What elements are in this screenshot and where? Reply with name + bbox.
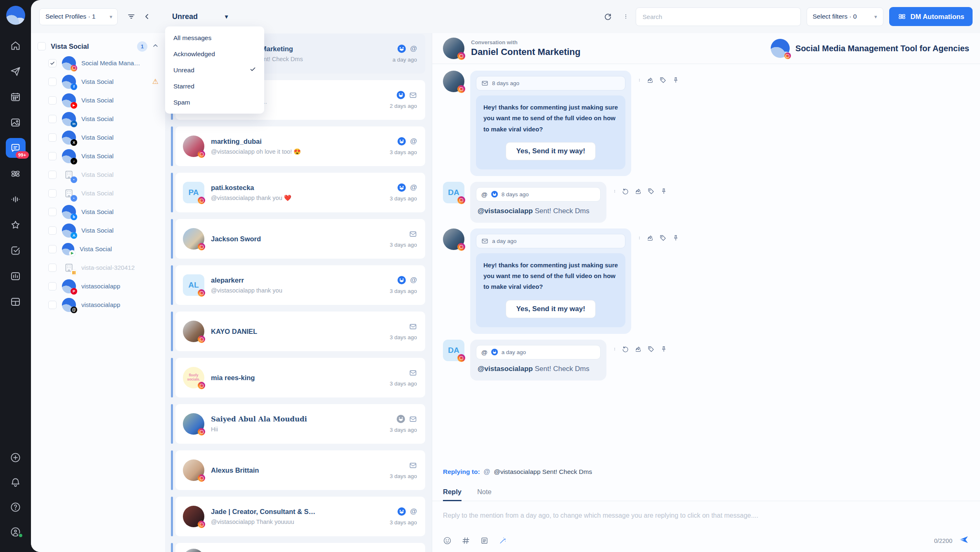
conversation-list-item[interactable]: PA pati.kostecka @vistasocialapp thank y… xyxy=(171,173,425,212)
more-options-icon[interactable] xyxy=(638,234,641,242)
quick-reply-button[interactable]: Yes, Send it my way! xyxy=(506,142,595,160)
boards-icon[interactable] xyxy=(6,292,26,312)
publish-icon[interactable] xyxy=(6,61,26,81)
profile-row[interactable]: P vistasocialapp xyxy=(48,277,159,295)
replying-to-bar[interactable]: Replying to: @ @vistasocialapp Sent! Che… xyxy=(443,468,969,476)
reply-input[interactable]: Reply to the mention from a day ago, to … xyxy=(443,512,969,519)
profile-row[interactable]: b Vista Social xyxy=(48,202,159,221)
pin-icon[interactable] xyxy=(660,188,668,195)
menu-item-acknowledged[interactable]: Acknowledged xyxy=(165,46,264,62)
profile-row[interactable]: in Vista Social xyxy=(48,109,159,128)
profile-row[interactable]: X Vista Social xyxy=(48,128,159,147)
conversation-list-item[interactable]: floofy socials. mia rees-king 3 days ago xyxy=(171,358,425,397)
pin-icon[interactable] xyxy=(672,76,679,84)
help-icon[interactable] xyxy=(6,498,26,516)
message-incoming[interactable]: a day ago Hey! thanks for commenting jus… xyxy=(443,228,969,334)
pin-icon[interactable] xyxy=(672,234,679,242)
group-checkbox[interactable] xyxy=(38,42,46,50)
profile-row-disabled[interactable]: vista-social-320412 xyxy=(48,258,159,277)
refresh-icon[interactable] xyxy=(600,9,616,24)
reports-icon[interactable] xyxy=(6,266,26,286)
more-options-icon[interactable] xyxy=(622,9,630,24)
ai-assistant-icon[interactable] xyxy=(499,536,507,545)
share-icon[interactable] xyxy=(646,234,654,242)
dm-automations-button[interactable]: DM Automations xyxy=(889,7,973,26)
profile-checkbox[interactable] xyxy=(48,171,57,179)
conversation-list-item[interactable]: Alexus Brittain 3 days ago xyxy=(171,450,425,490)
profile-row[interactable]: A Vista Social xyxy=(48,221,159,240)
profile-checkbox[interactable] xyxy=(48,208,57,216)
tasks-icon[interactable] xyxy=(6,240,26,260)
profile-checkbox[interactable] xyxy=(48,282,57,290)
message-reply[interactable]: DA @ a day ago @vistasocialapp Sent! Che… xyxy=(443,340,969,381)
conversation-list-item[interactable]: KAYO DANIEL 3 days ago xyxy=(171,312,425,351)
collapse-panel-icon[interactable] xyxy=(139,9,155,24)
share-icon[interactable] xyxy=(646,76,654,84)
profile-row[interactable]: ▶ Vista Social xyxy=(48,240,159,258)
saved-replies-icon[interactable] xyxy=(480,536,489,545)
profile-row[interactable]: ♪ Vista Social xyxy=(48,147,159,165)
tab-note[interactable]: Note xyxy=(477,488,492,501)
reply-icon[interactable] xyxy=(622,345,629,353)
tag-icon[interactable] xyxy=(659,234,667,242)
conversation-list-item[interactable]: markting_dubai @vistasocialapp oh love i… xyxy=(171,126,425,166)
message-incoming[interactable]: 8 days ago Hey! thanks for commenting ju… xyxy=(443,71,969,176)
profile-checkbox[interactable] xyxy=(48,115,57,123)
profile-checkbox[interactable] xyxy=(48,264,57,272)
reply-icon[interactable] xyxy=(622,188,629,195)
profile-checkbox[interactable] xyxy=(48,189,57,197)
more-options-icon[interactable] xyxy=(613,345,616,353)
profile-checkbox-checked[interactable] xyxy=(48,59,57,67)
create-icon[interactable] xyxy=(6,449,26,466)
profile-checkbox[interactable] xyxy=(48,301,57,309)
menu-item-spam[interactable]: Spam xyxy=(165,94,264,110)
menu-item-unread[interactable]: Unread xyxy=(165,62,264,78)
share-icon[interactable] xyxy=(634,345,642,353)
more-options-icon[interactable] xyxy=(613,188,616,195)
search-input[interactable] xyxy=(636,7,801,26)
profile-row[interactable]: Social Media Managem… xyxy=(48,54,159,72)
profile-row[interactable]: @ vistasocialapp xyxy=(48,295,159,314)
menu-item-starred[interactable]: Starred xyxy=(165,78,264,94)
message-reply[interactable]: DA @ 8 days ago @vistasocialapp Sent! Ch… xyxy=(443,182,969,223)
share-icon[interactable] xyxy=(634,188,642,195)
tag-icon[interactable] xyxy=(659,76,667,84)
profile-row-disabled[interactable]: ▪ Vista Social xyxy=(48,184,159,202)
tag-icon[interactable] xyxy=(647,188,655,195)
more-options-icon[interactable] xyxy=(638,76,641,84)
conversation-list-item[interactable]: Jackson Sword 3 days ago xyxy=(171,219,425,259)
conversation-list-item[interactable]: Saiyed Abul Ala Moududi Hii 3 days ago xyxy=(171,404,425,444)
conversation-list-item[interactable]: Jade | Creator, Consultant & S… @vistaso… xyxy=(171,497,425,536)
menu-item-all-messages[interactable]: All messages xyxy=(165,30,264,46)
notifications-icon[interactable] xyxy=(6,473,26,491)
home-icon[interactable] xyxy=(6,36,26,55)
calendar-icon[interactable] xyxy=(6,87,26,107)
automation-icon[interactable] xyxy=(6,164,26,183)
chevron-up-icon[interactable] xyxy=(152,43,159,50)
pin-icon[interactable] xyxy=(660,345,668,353)
profile-checkbox[interactable] xyxy=(48,245,57,253)
profile-row-disabled[interactable]: ▪ Vista Social xyxy=(48,165,159,184)
account-icon[interactable] xyxy=(6,523,26,540)
select-filters-dropdown[interactable]: Select filters · 0 ▾ xyxy=(807,7,883,26)
profiles-filter-icon[interactable] xyxy=(123,9,139,24)
tag-icon[interactable] xyxy=(647,345,655,353)
media-icon[interactable] xyxy=(6,112,26,132)
profile-checkbox[interactable] xyxy=(48,152,57,160)
send-icon[interactable] xyxy=(958,534,969,547)
profile-checkbox[interactable] xyxy=(48,96,57,105)
tab-reply[interactable]: Reply xyxy=(443,488,462,501)
select-profiles-dropdown[interactable]: Select Profiles · 1 ▾ xyxy=(39,8,118,25)
hashtag-icon[interactable] xyxy=(462,536,470,545)
profile-row[interactable]: f Vista Social ⚠ xyxy=(48,72,159,91)
quick-reply-button[interactable]: Yes, Send it my way! xyxy=(506,300,595,318)
conversation-list-item[interactable]: AL aleparkerr @vistasocialapp thank you … xyxy=(171,265,425,305)
conversation-list-item-partial[interactable] xyxy=(171,543,425,552)
profile-row[interactable]: ▶ Vista Social xyxy=(48,91,159,109)
listening-icon[interactable] xyxy=(6,189,26,209)
inbox-filter-dropdown[interactable]: Unread ▾ xyxy=(172,12,228,21)
emoji-icon[interactable] xyxy=(443,536,452,545)
profile-checkbox[interactable] xyxy=(48,133,57,142)
profiles-group-header[interactable]: Vista Social 1 xyxy=(38,39,159,54)
inbox-icon-active[interactable]: 99+ xyxy=(6,138,26,158)
